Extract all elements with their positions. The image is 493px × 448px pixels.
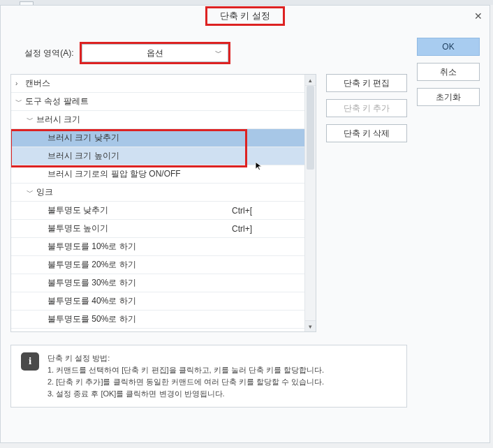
scrollbar[interactable]: ▴ ▾ <box>304 75 316 331</box>
tree-item-label: 불투명도를 10%로 하기 <box>47 241 228 253</box>
tree-item-label: 불투명도를 20%로 하기 <box>47 259 228 271</box>
area-select[interactable]: 옵션 ﹀ <box>82 44 228 62</box>
tree-item-label: 도구 속성 팔레트 <box>25 96 228 107</box>
tree-item[interactable]: 불투명도 낮추기Ctrl+[ <box>11 202 304 220</box>
dialog-title: 단축 키 설정 <box>205 6 285 26</box>
tree-group[interactable]: ﹀잉크 <box>11 184 304 202</box>
tree-item-label: 불투명도 낮추기 <box>47 204 228 216</box>
scroll-thumb[interactable] <box>307 86 314 170</box>
tree-item-label: 브러시 크기 <box>36 114 228 126</box>
chevron-down-icon[interactable]: ﹀ <box>27 188 36 197</box>
tree-item-label: 불투명도를 30%로 하기 <box>47 277 228 289</box>
info-title: 단축 키 설정 방법: <box>47 352 324 364</box>
tree-item[interactable]: 불투명도를 60%로 하기 <box>11 329 304 331</box>
scroll-down-icon[interactable]: ▾ <box>305 320 316 331</box>
ok-button[interactable]: OK <box>417 38 480 56</box>
tree-group[interactable]: ﹀도구 속성 팔레트 <box>11 93 304 111</box>
shortcut-dialog: 단축 키 설정 ✕ 설정 영역(A): 옵션 ﹀ <box>0 5 490 443</box>
info-panel: i 단축 키 설정 방법: 1. 커맨드를 선택하여 [단축 키 편집]을 클릭… <box>10 345 407 408</box>
tree-item-label: 불투명도를 50%로 하기 <box>47 313 228 325</box>
tree-item-label: 브러시 크기 높이기 <box>47 150 228 162</box>
reset-button[interactable]: 초기화 <box>417 88 480 106</box>
chevron-down-icon: ﹀ <box>215 48 222 58</box>
tree-item[interactable]: 불투명도를 50%로 하기 <box>11 311 304 329</box>
chevron-down-icon[interactable]: ﹀ <box>15 97 25 107</box>
tree-item[interactable]: 불투명도를 20%로 하기 <box>11 256 304 274</box>
tree-item-label: 브러시 크기로의 필압 할당 ON/OFF <box>47 168 228 180</box>
tree-item[interactable]: 불투명도 높이기Ctrl+] <box>11 220 304 238</box>
cancel-button[interactable]: 취소 <box>417 63 480 81</box>
info-line: 1. 커맨드를 선택하여 [단축 키 편집]을 클릭하고, 키를 눌러 단축 키… <box>47 364 324 376</box>
tree-group[interactable]: ›캔버스 <box>11 75 304 93</box>
title-bar: 단축 키 설정 ✕ <box>1 6 490 27</box>
tree-item[interactable]: 불투명도를 30%로 하기 <box>11 274 304 292</box>
chevron-down-icon[interactable]: ﹀ <box>27 115 36 125</box>
tree-item-shortcut: Ctrl+] <box>228 224 304 234</box>
add-shortcut-button[interactable]: 단축 키 추가 <box>326 99 407 117</box>
scroll-up-icon[interactable]: ▴ <box>305 75 316 86</box>
tree-item-label: 불투명도 높이기 <box>47 223 228 234</box>
info-line: 3. 설정 종료 후 [OK]를 클릭하면 변경이 반영됩니다. <box>47 388 324 400</box>
tree-item-label: 브러시 크기 낮추기 <box>47 132 228 144</box>
close-icon[interactable]: ✕ <box>474 10 483 22</box>
edit-shortcut-button[interactable]: 단축 키 편집 <box>326 74 407 92</box>
remove-shortcut-button[interactable]: 단축 키 삭제 <box>326 124 407 142</box>
tree-item-label: 캔버스 <box>25 77 228 89</box>
chevron-right-icon[interactable]: › <box>15 80 25 87</box>
tree-item[interactable]: 브러시 크기로의 필압 할당 ON/OFF <box>11 165 304 184</box>
info-line: 2. [단축 키 추가]를 클릭하면 동일한 커맨드에 여러 단축 키를 할당할… <box>47 376 324 388</box>
tree-item-label: 잉크 <box>36 186 228 198</box>
tree-item[interactable]: 불투명도를 10%로 하기 <box>11 238 304 256</box>
tree-item[interactable]: 불투명도를 40%로 하기 <box>11 292 304 311</box>
tree-item[interactable]: 브러시 크기 낮추기 <box>11 129 304 147</box>
tree-item[interactable]: 브러시 크기 높이기 <box>11 147 304 165</box>
filter-label: 설정 영역(A): <box>24 47 74 59</box>
info-icon: i <box>21 352 39 371</box>
tree-group[interactable]: ﹀브러시 크기 <box>11 111 304 129</box>
shortcut-tree: ›캔버스﹀도구 속성 팔레트﹀브러시 크기브러시 크기 낮추기브러시 크기 높이… <box>10 74 316 332</box>
area-select-value: 옵션 <box>147 47 163 59</box>
tree-item-label: 불투명도를 40%로 하기 <box>47 295 228 307</box>
tree-item-shortcut: Ctrl+[ <box>228 206 304 216</box>
